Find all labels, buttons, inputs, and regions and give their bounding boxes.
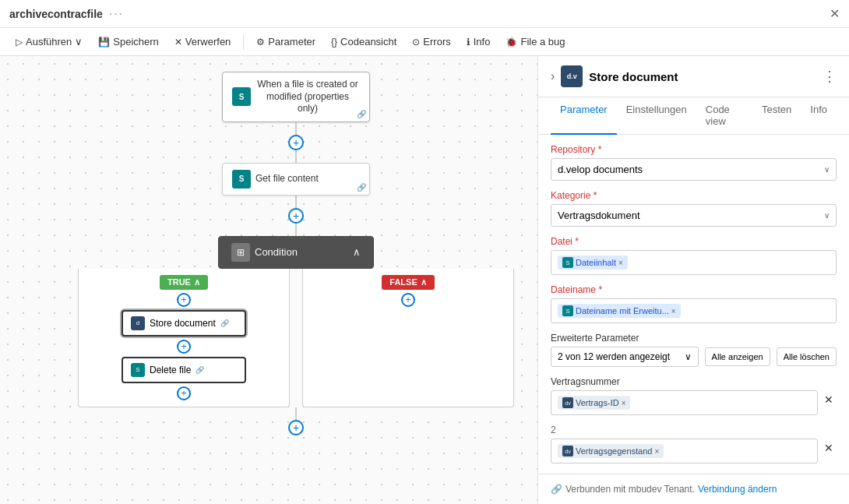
true-branch: TRUE ∧ + d Store document 🔗 + S Delete f…: [78, 269, 290, 407]
connector-3: [295, 196, 297, 208]
clear-all-button[interactable]: Alle löschen: [777, 347, 837, 366]
delete-file-link: 🔗: [196, 366, 204, 374]
condition-collapse[interactable]: ∧: [353, 246, 361, 258]
store-doc-link-icon: 🔗: [220, 319, 229, 327]
expanded-params-row: 2 von 12 werden angezeigt ∨ Alle anzeige…: [551, 347, 837, 367]
canvas[interactable]: S When a file is created or modified (pr…: [0, 56, 537, 504]
true-branch-header[interactable]: TRUE ∧: [160, 275, 208, 290]
datei-label: Datei *: [551, 236, 837, 247]
connector-5: [295, 407, 297, 420]
vertragsgegenstand-clear[interactable]: ✕: [821, 439, 837, 457]
expanded-params-value: 2 von 12 werden angezeigt: [558, 351, 670, 362]
panel-tabs: Parameter Einstellungen Code view Testen…: [538, 97, 849, 135]
panel-logo: d.v: [561, 65, 583, 87]
info-button[interactable]: ℹ Info: [460, 33, 497, 51]
kategorie-field-group: Kategorie * Vertragsdokument ∨: [551, 190, 837, 227]
condition-label: Condition: [255, 246, 298, 258]
app-title: archivecontracfile: [9, 8, 103, 20]
vertragsgegenstand-tag: dv Vertragsgegenstand ×: [558, 444, 664, 458]
get-file-link-icon: 🔗: [357, 183, 366, 192]
dateiname-tags[interactable]: S Dateiname mit Erweitu... ×: [551, 298, 837, 323]
connector-2: [295, 150, 297, 163]
save-label: Speichern: [113, 36, 159, 48]
get-file-node[interactable]: S Get file content 🔗: [222, 163, 370, 196]
false-branch-header[interactable]: FALSE ∧: [382, 275, 434, 290]
true-add-step-2[interactable]: +: [177, 340, 191, 354]
expanded-params-label: Erweiterte Parameter: [551, 333, 837, 344]
true-add-step[interactable]: +: [177, 293, 191, 307]
vertragsnummer-tags[interactable]: dv Vertrags-ID ×: [551, 390, 818, 415]
tab-parameter[interactable]: Parameter: [551, 97, 617, 135]
main-layout: S When a file is created or modified (pr…: [0, 56, 849, 504]
tab-einstellungen[interactable]: Einstellungen: [617, 97, 696, 135]
true-add-step-3[interactable]: +: [177, 386, 191, 400]
change-connection-link[interactable]: Verbindung ändern: [698, 484, 777, 495]
store-document-node[interactable]: d Store document 🔗: [122, 310, 246, 337]
tab-testen[interactable]: Testen: [752, 97, 801, 135]
code-view-label: Codeansicht: [340, 36, 396, 48]
right-panel: › d.v Store document ⋮ Parameter Einstel…: [537, 56, 849, 504]
close-button[interactable]: ✕: [830, 6, 840, 21]
tab-info[interactable]: Info: [801, 97, 837, 135]
kategorie-select[interactable]: Vertragsdokument ∨: [551, 204, 837, 227]
datei-tag-close[interactable]: ×: [618, 259, 623, 267]
dateiname-tag-label: Dateiname mit Erweitu...: [576, 306, 669, 315]
panel-more-button[interactable]: ⋮: [823, 68, 837, 85]
panel-title: Store document: [589, 70, 678, 83]
branches: TRUE ∧ + d Store document 🔗 + S Delete f…: [78, 269, 514, 407]
dateiname-tag-icon: S: [562, 305, 573, 316]
tab-code-view[interactable]: Code view: [696, 97, 752, 135]
false-label: FALSE: [389, 277, 417, 287]
trigger-node[interactable]: S When a file is created or modified (pr…: [222, 72, 370, 122]
expanded-params-select[interactable]: 2 von 12 werden angezeigt ∨: [551, 347, 699, 367]
show-all-button[interactable]: Alle anzeigen: [705, 347, 770, 366]
vertragsnummer-clear[interactable]: ✕: [821, 390, 837, 409]
discard-button[interactable]: ✕ Verwerfen: [168, 33, 238, 51]
true-collapse[interactable]: ∧: [194, 277, 200, 287]
datei-tag-icon: S: [562, 257, 573, 268]
panel-expand-button[interactable]: ›: [551, 69, 555, 83]
condition-icon: ⊞: [231, 243, 250, 262]
run-icon: ▷: [16, 37, 23, 48]
false-collapse[interactable]: ∧: [421, 277, 427, 287]
vertragsgegenstand-tag-close[interactable]: ×: [654, 447, 659, 456]
save-icon: 💾: [98, 37, 110, 48]
repository-field-group: Repository * d.velop documents ∨: [551, 144, 837, 181]
vertragsgegenstand-tag-icon: dv: [562, 446, 573, 456]
title-bar-dots: ···: [109, 7, 124, 21]
title-bar: archivecontracfile ··· ✕: [0, 0, 849, 28]
vertragsnummer-tag-label: Vertrags-ID: [576, 398, 619, 407]
file-bug-label: File a bug: [520, 36, 565, 48]
run-chevron: ∨: [75, 36, 83, 48]
parameter-button[interactable]: ⚙ Parameter: [250, 33, 322, 51]
datei-tags[interactable]: S Dateiinhalt ×: [551, 250, 837, 275]
run-label: Ausführen: [26, 36, 72, 48]
vertragsnummer-field-group: Vertragsnummer dv Vertrags-ID × ✕: [551, 376, 837, 415]
delete-file-node[interactable]: S Delete file 🔗: [122, 357, 246, 383]
vertragsnummer-label: Vertragsnummer: [551, 376, 837, 387]
false-add-step[interactable]: +: [401, 293, 415, 307]
info-label: Info: [474, 36, 491, 48]
run-button[interactable]: ▷ Ausführen ∨: [9, 33, 89, 51]
add-step-end[interactable]: +: [288, 420, 304, 435]
trigger-label: When a file is created or modified (prop…: [255, 79, 360, 115]
get-file-icon: S: [232, 170, 251, 189]
add-step-2[interactable]: +: [288, 208, 304, 224]
vertragsgegenstand-tags[interactable]: dv Vertragsgegenstand ×: [551, 439, 818, 463]
vertragsnummer-row: dv Vertrags-ID × ✕: [551, 390, 837, 415]
add-step-1[interactable]: +: [288, 135, 304, 150]
discard-label: Verwerfen: [185, 36, 231, 48]
condition-node[interactable]: ⊞ Condition ∧: [218, 236, 374, 269]
kategorie-label: Kategorie *: [551, 190, 837, 201]
code-view-button[interactable]: {} Codeansicht: [325, 33, 403, 51]
panel-footer: 🔗 Verbunden mit mbudev Tenant. Verbindun…: [538, 474, 849, 504]
errors-label: Errors: [423, 36, 450, 48]
repository-select[interactable]: d.velop documents ∨: [551, 158, 837, 181]
dateiname-tag-close[interactable]: ×: [671, 307, 676, 315]
datei-tag-label: Dateiinhalt: [576, 258, 616, 267]
save-button[interactable]: 💾 Speichern: [92, 33, 165, 51]
vertragsnummer-tag-close[interactable]: ×: [622, 399, 626, 407]
file-bug-button[interactable]: 🐞 File a bug: [499, 33, 571, 51]
errors-button[interactable]: ⊙ Errors: [406, 33, 456, 51]
vertragsgegenstand-row: dv Vertragsgegenstand × ✕: [551, 439, 837, 463]
